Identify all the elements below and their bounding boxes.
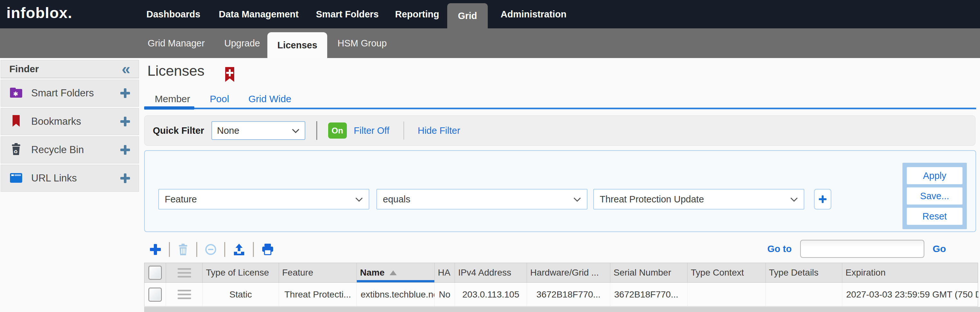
cell-type-details: [766, 283, 842, 306]
finder-title: Finder: [10, 64, 39, 74]
cell-expiration: 2027-03-03 23:59:59 GMT (750 D: [842, 283, 978, 306]
cell-serial-number: 3672B18F770...: [610, 283, 687, 306]
chevron-down-icon: [573, 194, 581, 205]
subnav-item-hsm-group[interactable]: HSM Group: [337, 28, 387, 58]
disable-icon[interactable]: [204, 243, 218, 256]
sorted-column-indicator: [357, 280, 434, 282]
filter-actions-panel: Apply Save... Reset: [902, 163, 967, 229]
toolbar-separator: [253, 242, 254, 257]
cell-type-of-license: Static: [203, 283, 279, 306]
chevron-down-icon: [790, 194, 798, 205]
row-menu-header-cell: [166, 263, 203, 282]
cell-ha: No: [435, 283, 455, 306]
column-header-ha[interactable]: HA: [435, 263, 455, 282]
page-title: Licenses: [147, 62, 205, 79]
save-button[interactable]: Save...: [907, 187, 963, 205]
chevron-down-icon: [355, 194, 363, 205]
quick-filter-label: Quick Filter: [153, 125, 204, 136]
goto-input[interactable]: [800, 240, 924, 258]
filter-off-link[interactable]: Filter Off: [354, 125, 390, 136]
url-links-icon: [9, 171, 24, 186]
goto-label: Go to: [767, 244, 792, 254]
table-header-row: Type of License Feature Name HA IPv4 Add…: [144, 263, 978, 283]
filter-operator-select[interactable]: equals: [376, 189, 587, 210]
column-header-name[interactable]: Name: [357, 263, 435, 282]
hide-filter-link[interactable]: Hide Filter: [418, 125, 460, 136]
select-all-checkbox[interactable]: [148, 266, 162, 280]
infoblox-logo: infoblox.: [6, 4, 72, 22]
toolbar-separator: [196, 242, 197, 257]
add-license-icon[interactable]: [149, 243, 162, 256]
nav-item-data-management[interactable]: Data Management: [219, 0, 299, 28]
sidebar-item-url-links[interactable]: URL Links: [1, 165, 139, 192]
cell-ipv4-address: 203.0.113.105: [455, 283, 527, 306]
add-recycle-bin-button[interactable]: [119, 144, 131, 156]
tab-pool[interactable]: Pool: [210, 93, 229, 104]
column-header-type-of-license[interactable]: Type of License: [203, 263, 279, 282]
collapse-sidebar-icon[interactable]: «: [122, 62, 130, 75]
list-toolbar: [149, 239, 275, 260]
nav-item-dashboards[interactable]: Dashboards: [146, 0, 200, 28]
delete-icon[interactable]: [177, 243, 189, 256]
table-menu-icon[interactable]: [178, 268, 191, 277]
add-filter-condition-button[interactable]: [814, 189, 831, 210]
filter-value-select[interactable]: Threat Protection Update: [593, 189, 804, 210]
sidebar-item-label: Recycle Bin: [31, 144, 111, 156]
divider: [404, 122, 404, 139]
select-all-cell: [145, 263, 166, 282]
finder-header: Finder «: [1, 60, 139, 78]
subnav-item-upgrade[interactable]: Upgrade: [224, 28, 260, 58]
nav-item-reporting[interactable]: Reporting: [395, 0, 439, 28]
recycle-bin-icon: ♻: [9, 142, 24, 158]
print-icon[interactable]: [261, 243, 275, 256]
column-header-ipv4-address[interactable]: IPv4 Address: [455, 263, 527, 282]
filter-field-select[interactable]: Feature: [158, 189, 369, 210]
tab-member[interactable]: Member: [155, 93, 190, 104]
sort-ascending-icon: [390, 270, 397, 275]
column-header-type-context[interactable]: Type Context: [687, 263, 766, 282]
toolbar-separator: [224, 242, 225, 257]
finder-sidebar: Finder « ✱ Smart Folders Bookmarks ♻ Rec…: [1, 60, 139, 192]
filter-value-value: Threat Protection Update: [600, 194, 704, 205]
upload-icon[interactable]: [232, 243, 246, 256]
column-header-serial-number[interactable]: Serial Number: [610, 263, 687, 282]
nav-item-grid-active[interactable]: Grid: [447, 3, 488, 28]
column-header-expiration[interactable]: Expiration: [842, 263, 978, 282]
sidebar-item-bookmarks[interactable]: Bookmarks: [1, 108, 139, 135]
toolbar-separator: [169, 242, 170, 257]
sidebar-item-smart-folders[interactable]: ✱ Smart Folders: [1, 80, 139, 107]
filter-toggle-on-button[interactable]: On: [328, 123, 347, 139]
tab-underline: [144, 108, 976, 109]
smart-folder-icon: ✱: [9, 85, 24, 101]
column-header-feature[interactable]: Feature: [279, 263, 357, 282]
column-header-hardware-grid[interactable]: Hardware/Grid ...: [527, 263, 610, 282]
column-header-type-details[interactable]: Type Details: [766, 263, 842, 282]
sidebar-item-recycle-bin[interactable]: ♻ Recycle Bin: [1, 136, 139, 163]
cell-hardware-grid: 3672B18F770...: [527, 283, 610, 306]
add-url-link-button[interactable]: [119, 173, 131, 184]
horizontal-scrollbar[interactable]: [144, 307, 980, 312]
nav-item-smart-folders[interactable]: Smart Folders: [316, 0, 379, 28]
go-button[interactable]: Go: [933, 243, 946, 254]
subnav-item-licenses-active[interactable]: Licenses: [267, 32, 327, 58]
row-checkbox[interactable]: [148, 288, 162, 302]
reset-button[interactable]: Reset: [907, 208, 963, 225]
subnav-item-grid-manager[interactable]: Grid Manager: [148, 28, 205, 58]
sidebar-item-label: Smart Folders: [31, 87, 111, 99]
add-bookmark-button[interactable]: [119, 116, 131, 127]
goto-controls: Go to Go: [767, 238, 946, 259]
table-row[interactable]: Static Threat Protecti... extibns.techbl…: [144, 283, 978, 307]
add-smart-folder-button[interactable]: [119, 87, 131, 99]
licenses-table: Type of License Feature Name HA IPv4 Add…: [144, 263, 978, 307]
quick-filter-select[interactable]: None: [212, 121, 305, 140]
tab-grid-wide[interactable]: Grid Wide: [248, 93, 291, 104]
tab-underline-active: [144, 106, 194, 110]
filter-field-value: Feature: [165, 194, 197, 205]
filter-operator-value: equals: [383, 194, 410, 205]
cell-feature: Threat Protecti...: [279, 283, 357, 306]
nav-item-administration[interactable]: Administration: [501, 0, 566, 28]
bookmark-add-icon[interactable]: [224, 66, 235, 86]
row-select-cell: [145, 283, 166, 306]
row-menu-icon[interactable]: [178, 290, 191, 299]
apply-button[interactable]: Apply: [907, 167, 963, 184]
